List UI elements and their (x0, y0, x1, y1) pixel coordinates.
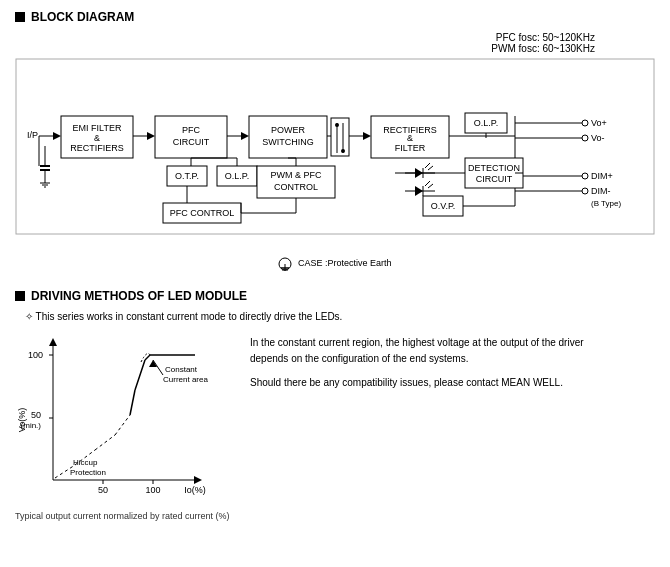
pwm-pfc-label-1: PWM & PFC (271, 170, 322, 180)
svg-line-75 (145, 355, 150, 360)
detection-label-1: DETECTION (468, 163, 520, 173)
rect-label-3: FILTER (395, 143, 426, 153)
svg-point-15 (335, 123, 339, 127)
otp-label: O.T.P. (175, 171, 199, 181)
ps-label-1: POWER (271, 125, 306, 135)
vo-minus-terminal (582, 135, 588, 141)
svg-marker-57 (194, 476, 202, 484)
detection-label-2: CIRCUIT (476, 174, 513, 184)
svg-text:Io(%): Io(%) (184, 485, 206, 495)
vo-plus-label: Vo+ (591, 118, 607, 128)
led-content-area: 100 50 (min.) Vo(%) 50 100 Io(%) (15, 330, 655, 521)
svg-text:50: 50 (31, 410, 41, 420)
svg-line-74 (135, 360, 145, 390)
olp1-label: O.L.P. (225, 171, 249, 181)
led-module-section: DRIVING METHODS OF LED MODULE ✧ This ser… (15, 289, 655, 521)
ip-label: I/P (27, 130, 38, 140)
svg-text:Protection: Protection (70, 468, 106, 477)
emi-label-3: RECTIFIERS (70, 143, 124, 153)
svg-line-72 (115, 415, 130, 435)
chart-caption: Typical output current normalized by rat… (15, 511, 235, 521)
svg-text:Hiccup: Hiccup (73, 458, 98, 467)
rect-label-2: & (407, 133, 413, 143)
chart-area: 100 50 (min.) Vo(%) 50 100 Io(%) (15, 330, 235, 521)
dim-minus-label: DIM- (591, 186, 611, 196)
ps-label-2: SWITCHING (262, 137, 314, 147)
svg-marker-56 (49, 338, 57, 346)
header-square-icon (15, 12, 25, 22)
dim-minus-terminal (582, 188, 588, 194)
io-chart: 100 50 (min.) Vo(%) 50 100 Io(%) (15, 330, 215, 505)
svg-text:100: 100 (145, 485, 160, 495)
earth-symbol-icon (278, 257, 292, 271)
svg-line-73 (130, 390, 135, 415)
svg-point-16 (341, 149, 345, 153)
case-earth-label: CASE :Protective Earth (15, 257, 655, 271)
led-description: In the constant current region, the high… (250, 330, 584, 521)
emi-label-1: EMI FILTER (73, 123, 122, 133)
dim-plus-terminal (582, 173, 588, 179)
led-note: ✧ This series works in constant current … (25, 311, 655, 322)
pfc-circuit-label-2: CIRCUIT (173, 137, 210, 147)
block-diagram-section: BLOCK DIAGRAM PFC fosc: 50~120KHz PWM fo… (15, 10, 655, 271)
emi-label-2: & (94, 133, 100, 143)
vo-minus-label: Vo- (591, 133, 605, 143)
svg-text:Constant: Constant (165, 365, 198, 374)
case-earth-text: CASE :Protective Earth (298, 258, 392, 268)
svg-text:50: 50 (98, 485, 108, 495)
olp-top-label: O.L.P. (474, 118, 498, 128)
transformer-box (331, 118, 349, 156)
dim-plus-label: DIM+ (591, 171, 613, 181)
led-module-header: DRIVING METHODS OF LED MODULE (15, 289, 655, 303)
block-diagram-title: BLOCK DIAGRAM (31, 10, 134, 24)
pfc-control-label: PFC CONTROL (170, 208, 235, 218)
svg-text:Vo(%): Vo(%) (17, 408, 27, 433)
ovp-label: O.V.P. (431, 201, 456, 211)
svg-line-77 (153, 360, 163, 375)
pfc-fosc-note: PFC fosc: 50~120KHz PWM fosc: 60~130KHz (15, 32, 655, 54)
block-diagram-container: I/P EMI FILTER & RECTIFIERS (15, 58, 655, 255)
block-diagram-svg: I/P EMI FILTER & RECTIFIERS (15, 58, 655, 253)
block-diagram-header: BLOCK DIAGRAM (15, 10, 655, 24)
svg-text:Current area: Current area (163, 375, 208, 384)
led-header-square-icon (15, 291, 25, 301)
led-module-title: DRIVING METHODS OF LED MODULE (31, 289, 247, 303)
svg-text:100: 100 (28, 350, 43, 360)
svg-line-71 (95, 435, 115, 450)
vo-plus-terminal (582, 120, 588, 126)
b-type-label: (B Type) (591, 199, 621, 208)
pfc-circuit-label-1: PFC (182, 125, 201, 135)
pwm-pfc-label-2: CONTROL (274, 182, 318, 192)
